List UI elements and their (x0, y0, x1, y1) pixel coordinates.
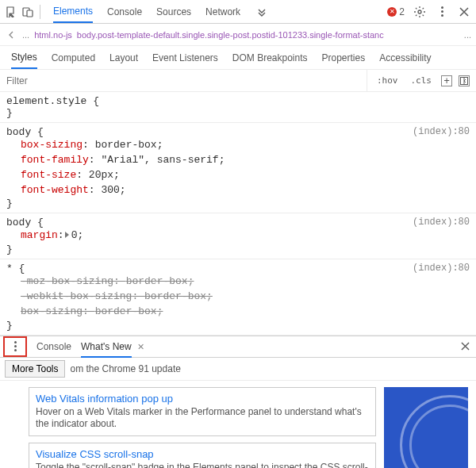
breadcrumb-ellipsis[interactable]: ... (22, 30, 29, 40)
whats-new-illustration (384, 387, 468, 468)
error-count: 2 (399, 6, 405, 17)
whats-new-card: Web Vitals information pop up Hover on a… (29, 387, 376, 436)
css-value[interactable]: 20px (89, 169, 113, 181)
css-value[interactable]: border-box (126, 275, 188, 287)
close-devtools-icon[interactable] (457, 5, 471, 19)
css-rule[interactable]: (index):80 body { margin:0; } (0, 213, 476, 259)
hov-toggle[interactable]: :hov (374, 74, 401, 87)
kebab-menu-icon[interactable] (435, 5, 449, 19)
css-property[interactable]: box-sizing (21, 305, 83, 317)
css-rule[interactable]: element.style {} (0, 92, 476, 123)
whats-new-body: Web Vitals information pop up Hover on a… (0, 381, 476, 468)
css-value[interactable]: border-box (95, 139, 157, 151)
css-property[interactable]: -moz-box-sizing (21, 275, 113, 287)
css-property[interactable]: font-size (21, 169, 76, 181)
tab-network[interactable]: Network (205, 2, 240, 22)
drawer-tab-whats-new[interactable]: What's New (81, 337, 132, 358)
whats-new-subtitle: om the Chrome 91 update (70, 363, 180, 374)
card-title-link[interactable]: Visualize CSS scroll-snap (36, 448, 369, 460)
close-drawer-icon[interactable] (459, 340, 471, 353)
card-description: Toggle the "scroll-snap" badge in the El… (36, 462, 369, 468)
separator (40, 5, 40, 19)
more-tools-button[interactable]: More Tools (5, 360, 65, 378)
toolbar-right: ✕ 2 (387, 5, 471, 19)
whats-new-card: Visualize CSS scroll-snap Toggle the "sc… (29, 443, 376, 468)
breadcrumb-scroll-left-icon[interactable] (5, 29, 17, 41)
css-property[interactable]: font-family (21, 154, 89, 166)
styles-body: element.style {} (index):80 body { box-s… (0, 92, 476, 336)
selector[interactable]: element.style (6, 95, 86, 107)
breadcrumb-body[interactable]: body.post-template-default.single.single… (77, 30, 459, 40)
card-title-link[interactable]: Web Vitals information pop up (36, 393, 369, 405)
drawer-kebab-icon[interactable] (7, 338, 23, 355)
error-badge[interactable]: ✕ 2 (387, 6, 405, 17)
whats-new-toolbar: More Tools om the Chrome 91 update (0, 358, 476, 381)
css-rule[interactable]: (index):80 body { box-sizing: border-box… (0, 123, 476, 213)
breadcrumb-trailing: ... (464, 30, 471, 40)
selector[interactable]: body (6, 126, 31, 138)
css-value[interactable]: 300 (101, 184, 119, 196)
css-value[interactable]: "Arial", sans-serif (101, 154, 218, 166)
css-value[interactable]: border-box (144, 290, 206, 302)
filter-row: :hov .cls + (0, 70, 476, 92)
tab-elements[interactable]: Elements (53, 1, 93, 23)
svg-point-2 (418, 10, 421, 13)
selector[interactable]: * (6, 263, 13, 274)
devtools-toolbar: Elements Console Sources Network ✕ 2 (0, 0, 476, 24)
cls-toggle[interactable]: .cls (408, 74, 436, 87)
breadcrumb-html[interactable]: html.no-js (34, 30, 72, 40)
tab-dom-breakpoints[interactable]: DOM Breakpoints (232, 48, 308, 68)
new-style-rule-icon[interactable]: + (441, 75, 452, 86)
rule-source-link[interactable]: (index):80 (413, 217, 470, 228)
close-tab-icon[interactable]: ✕ (137, 342, 144, 351)
styles-filter-input[interactable] (0, 70, 367, 91)
css-property[interactable]: margin (21, 229, 58, 241)
rule-source-link[interactable]: (index):80 (413, 126, 470, 137)
svg-rect-1 (27, 10, 33, 17)
main-tabs: Elements Console Sources Network (53, 1, 386, 23)
drawer-header: Console What's New ✕ (0, 336, 476, 358)
tab-console[interactable]: Console (107, 2, 142, 22)
css-property[interactable]: font-weight (21, 184, 89, 196)
settings-icon[interactable] (413, 5, 427, 19)
css-value[interactable]: 0 (71, 229, 78, 241)
breadcrumb-row: ... html.no-js body.post-template-defaul… (0, 24, 476, 46)
computed-styles-sidebar-icon[interactable] (459, 75, 470, 86)
more-tabs-icon[interactable] (255, 5, 269, 19)
inspect-element-icon[interactable] (5, 5, 19, 19)
tab-layout[interactable]: Layout (109, 48, 138, 68)
css-rule[interactable]: (index):80 * { -moz-box-sizing: border-b… (0, 259, 476, 335)
tab-computed[interactable]: Computed (52, 48, 95, 68)
error-icon: ✕ (387, 7, 397, 17)
tab-accessibility[interactable]: Accessibility (379, 48, 431, 68)
rule-source-link[interactable]: (index):80 (413, 263, 470, 274)
drawer-more-highlight (3, 336, 27, 357)
tab-event-listeners[interactable]: Event Listeners (152, 48, 218, 68)
styles-tabs: Styles Computed Layout Event Listeners D… (0, 46, 476, 70)
tab-sources[interactable]: Sources (156, 2, 191, 22)
filter-tools: :hov .cls + (367, 70, 476, 91)
selector[interactable]: body (6, 217, 31, 228)
device-toggle-icon[interactable] (21, 5, 35, 19)
css-value[interactable]: border-box (95, 305, 157, 317)
tab-properties[interactable]: Properties (322, 48, 366, 68)
drawer-tab-console[interactable]: Console (36, 337, 71, 356)
css-property[interactable]: box-sizing (21, 139, 83, 151)
card-description: Hover on a Web Vitals marker in the Perf… (36, 406, 369, 431)
tab-styles[interactable]: Styles (11, 47, 37, 69)
css-property[interactable]: -webkit-box-sizing (21, 290, 132, 302)
expand-shorthand-icon[interactable] (65, 232, 69, 238)
